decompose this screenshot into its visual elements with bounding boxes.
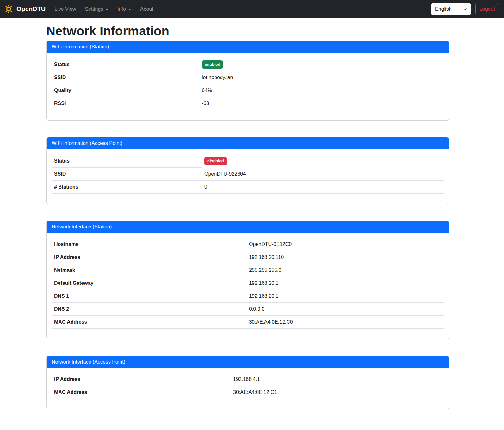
row-label: SSID [52,71,199,84]
navbar-right: English Logout [431,3,499,15]
nav-item-label: Live View [54,6,76,12]
table-row: RSSI -68 [52,97,444,110]
row-label: MAC Address [52,316,246,329]
row-value: OpenDTU-922304 [202,168,444,181]
row-label: MAC Address [52,386,231,399]
language-select-wrap: English [431,3,471,15]
row-value: 192.168.4.1 [231,373,444,386]
row-label: SSID [52,168,202,181]
card-header: Network Interface (Access Point) [47,356,449,368]
info-table: Hostname OpenDTU-0E12C0 IP Address 192.1… [52,238,444,329]
chevron-down-icon [105,9,109,10]
table-row: Default Gateway 192.168.20.1 [52,277,444,290]
card-body: Hostname OpenDTU-0E12C0 IP Address 192.1… [47,233,449,339]
nav-menu: Live View Settings Info About [50,4,158,15]
row-label: Status [52,58,199,71]
card-header: WiFi Information (Access Point) [47,137,449,149]
card-title: Network Interface (Access Point) [52,359,125,365]
row-label: Status [52,154,202,168]
row-label: # Stations [52,181,202,194]
table-row: Hostname OpenDTU-0E12C0 [52,238,444,251]
brand-label: OpenDTU [16,5,46,13]
card-body: Status enabled SSID iot.nobody.lan Quali… [47,53,449,120]
row-value: 192.168.20.1 [246,277,444,290]
info-card: Network Interface (Station) Hostname Ope… [46,221,449,339]
table-row: SSID iot.nobody.lan [52,71,444,84]
status-badge: enabled [202,60,223,69]
row-value: 64% [199,84,444,97]
info-card: Network Interface (Access Point) IP Addr… [46,356,449,409]
card-title: WiFi Information (Station) [52,44,109,49]
nav-item-about[interactable]: About [136,4,158,15]
row-value: 30:AE:A4:0E:12:C0 [246,316,444,329]
row-label: Netmask [52,264,246,277]
info-table: IP Address 192.168.4.1 MAC Address 30:AE… [52,373,444,399]
row-value: 192.168.20.1 [246,290,444,303]
table-row: IP Address 192.168.20.110 [52,251,444,264]
table-row: Netmask 255.255.255.0 [52,264,444,277]
status-badge: disabled [204,157,227,165]
info-table: Status enabled SSID iot.nobody.lan Quali… [52,58,444,110]
info-card: WiFi Information (Access Point) Status d… [46,137,449,204]
nav-item-live-view[interactable]: Live View [50,4,80,15]
row-label: Hostname [52,238,246,251]
card-title: Network Interface (Station) [52,224,112,229]
row-label: Default Gateway [52,277,246,290]
main-content: Network Information WiFi Information (St… [46,23,449,409]
card-body: IP Address 192.168.4.1 MAC Address 30:AE… [47,368,449,409]
card-header: WiFi Information (Station) [47,41,449,53]
logout-button[interactable]: Logout [475,3,499,15]
row-value: -68 [199,97,444,110]
info-table: Status disabled SSID OpenDTU-922304 # St… [52,154,444,194]
nav-item-label: About [140,6,153,12]
table-row: IP Address 192.168.4.1 [52,373,444,386]
row-label: IP Address [52,373,231,386]
row-value: OpenDTU-0E12C0 [246,238,444,251]
table-row: SSID OpenDTU-922304 [52,168,444,181]
row-label: Quality [52,84,199,97]
card-header: Network Interface (Station) [47,221,449,233]
table-row: MAC Address 30:AE:A4:0E:12:C1 [52,386,444,399]
info-card: WiFi Information (Station) Status enable… [46,41,449,121]
row-label: IP Address [52,251,246,264]
table-row: DNS 2 0.0.0.0 [52,303,444,316]
row-value: iot.nobody.lan [199,71,444,84]
table-row: Quality 64% [52,84,444,97]
page-title: Network Information [46,23,449,39]
row-value: 192.168.20.110 [246,251,444,264]
row-label: DNS 2 [52,303,246,316]
table-row: Status enabled [52,58,444,71]
brand-logo[interactable]: OpenDTU [4,4,46,14]
row-value: 0 [202,181,444,194]
card-title: WiFi Information (Access Point) [52,140,122,146]
row-value: enabled [199,58,444,71]
row-value: 0.0.0.0 [246,303,444,316]
sun-icon [4,4,14,14]
row-value: 255.255.255.0 [246,264,444,277]
table-row: MAC Address 30:AE:A4:0E:12:C0 [52,316,444,329]
nav-item-label: Settings [85,6,103,12]
cards: WiFi Information (Station) Status enable… [46,41,449,409]
row-value: 30:AE:A4:0E:12:C1 [231,386,444,399]
row-value: disabled [202,154,444,168]
top-navbar: OpenDTU Live View Settings Info About En… [0,0,504,18]
nav-item-settings[interactable]: Settings [80,4,113,15]
language-select[interactable]: English [431,3,471,15]
nav-item-info[interactable]: Info [113,4,136,15]
row-label: RSSI [52,97,199,110]
table-row: # Stations 0 [52,181,444,194]
chevron-down-icon [128,9,131,10]
table-row: DNS 1 192.168.20.1 [52,290,444,303]
row-label: DNS 1 [52,290,246,303]
card-body: Status disabled SSID OpenDTU-922304 # St… [47,149,449,204]
table-row: Status disabled [52,154,444,168]
nav-item-label: Info [117,6,126,12]
